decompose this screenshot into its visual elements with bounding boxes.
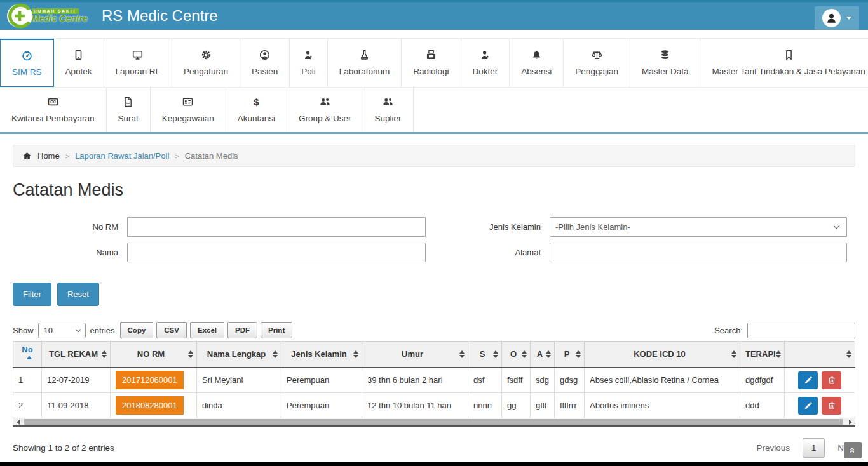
nav-item-kwitansi[interactable]: CC Kwitansi Pembayaran xyxy=(0,88,107,132)
nav-item-suplier[interactable]: Suplier xyxy=(363,88,414,132)
sort-icon xyxy=(546,350,551,358)
reset-button[interactable]: Reset xyxy=(57,283,99,306)
delete-button[interactable] xyxy=(822,371,841,389)
nav-item-label: Absensi xyxy=(521,67,552,76)
nav-item-pasien[interactable]: Pasien xyxy=(240,39,290,87)
filter-form-left-column: No RM Nama xyxy=(13,217,426,262)
no-rm-badge: 201808280001 xyxy=(116,396,184,415)
breadcrumb-separator: > xyxy=(65,152,69,160)
col-header-nama-lengkap[interactable]: Nama Lengkap xyxy=(197,342,281,368)
col-header-no[interactable]: No xyxy=(13,342,42,368)
col-header-tgl-rekam[interactable]: TGL REKAM xyxy=(42,342,111,368)
nav-item-penggajian[interactable]: Penggajian xyxy=(564,39,630,87)
cell-tgl-rekam: 12-07-2019 xyxy=(42,368,111,393)
filter-button[interactable]: Filter xyxy=(13,283,51,306)
double-chevron-up-icon: « xyxy=(848,448,858,453)
cc-icon: CC xyxy=(48,97,58,108)
col-header-jenis-kelamin[interactable]: Jenis Kelamin xyxy=(281,342,362,368)
jenis-kelamin-select[interactable]: -Pilih Jenis Kelamin- xyxy=(550,217,847,237)
pdf-button[interactable]: PDF xyxy=(227,322,257,338)
breadcrumb-link-laporan[interactable]: Laporan Rawat Jalan/Poli xyxy=(75,151,169,161)
nav-item-absensi[interactable]: Absensi xyxy=(510,39,564,87)
previous-button[interactable]: Previous xyxy=(756,443,790,453)
nav-item-surat[interactable]: Surat xyxy=(107,88,151,132)
trash-icon xyxy=(827,376,836,385)
page-length-select[interactable]: 10 xyxy=(38,323,86,338)
cell-o: gg xyxy=(502,393,531,418)
nav-item-laporan-rl[interactable]: Laporan RL xyxy=(104,39,173,87)
nav-item-group-user[interactable]: Group & User xyxy=(287,88,363,132)
nav-item-laboratorium[interactable]: Laboratorium xyxy=(328,39,402,87)
logo-text: RUMAH SAKIT Medic Centre xyxy=(32,8,88,24)
csv-button[interactable]: CSV xyxy=(156,322,187,338)
nama-input[interactable] xyxy=(127,243,426,262)
excel-button[interactable]: Excel xyxy=(190,322,224,338)
nav-item-dokter[interactable]: Dokter xyxy=(461,39,510,87)
col-header-terapi[interactable]: TERAPI xyxy=(740,342,785,368)
search-input[interactable] xyxy=(747,323,855,338)
col-header-s[interactable]: S xyxy=(468,342,502,368)
edit-button[interactable] xyxy=(798,397,818,415)
nav-item-akuntansi[interactable]: $ Akuntansi xyxy=(226,88,287,132)
sort-icon xyxy=(776,350,781,358)
sort-icon xyxy=(188,350,193,358)
nav-item-label: Suplier xyxy=(375,114,402,123)
scrollbar-track[interactable] xyxy=(23,418,845,425)
no-rm-input[interactable] xyxy=(127,217,426,237)
page-number-button[interactable]: 1 xyxy=(803,438,825,458)
entries-label: entries xyxy=(90,326,115,335)
nav-item-radiologi[interactable]: Radiologi xyxy=(402,39,461,87)
person-icon xyxy=(825,12,837,24)
filter-form-right-column: Jenis Kelamin -Pilih Jenis Kelamin- Alam… xyxy=(444,217,847,262)
entries-info: Showing 1 to 2 of 2 entries xyxy=(13,443,114,453)
breadcrumb-separator: > xyxy=(175,152,179,160)
nav-item-pengaturan[interactable]: Pengaturan xyxy=(172,39,240,87)
col-header-o[interactable]: O xyxy=(502,342,531,368)
top-header-bar: RUMAH SAKIT Medic Centre RS Medic Centre xyxy=(0,0,868,30)
nav-item-sim-rs[interactable]: SIM RS xyxy=(0,39,54,87)
filter-form: No RM Nama Jenis Kelamin -Pilih Jenis Ke… xyxy=(0,217,868,262)
nav-item-kepegawaian[interactable]: Kepegawaian xyxy=(151,88,226,132)
col-header-actions[interactable] xyxy=(785,342,855,368)
table-row: 2 11-09-2018 201808280001 dinda Perempua… xyxy=(13,393,855,418)
form-row-alamat: Alamat xyxy=(444,243,847,262)
delete-button[interactable] xyxy=(822,397,841,415)
users-icon xyxy=(320,97,330,108)
nav-item-label: Akuntansi xyxy=(238,114,275,123)
nav-item-master-tarif[interactable]: Master Tarif Tindakan & Jasa Pelayanan xyxy=(700,39,868,87)
cell-umur: 12 thn 10 bulan 11 hari xyxy=(362,393,468,418)
scroll-left-button[interactable] xyxy=(13,418,23,425)
cell-a: sdg xyxy=(531,368,555,393)
alamat-input[interactable] xyxy=(550,243,847,262)
sort-icon xyxy=(353,350,358,358)
cell-nama: Sri Meylani xyxy=(197,368,281,393)
nav-item-master-data[interactable]: Master Data xyxy=(630,39,701,87)
scroll-right-button[interactable] xyxy=(845,418,855,425)
logo-swirl-icon xyxy=(6,3,33,29)
col-header-no-rm[interactable]: NO RM xyxy=(111,342,197,368)
nav-item-poli[interactable]: Poli xyxy=(290,39,328,87)
cell-s: nnnn xyxy=(468,393,502,418)
nav-item-label: Laporan RL xyxy=(116,67,161,76)
col-header-kode-icd10[interactable]: KODE ICD 10 xyxy=(585,342,740,368)
avatar xyxy=(822,9,841,27)
fax-icon xyxy=(426,50,437,61)
scales-icon xyxy=(592,50,602,61)
table-controls: Show 10 entries Copy CSV Excel PDF Print… xyxy=(13,322,855,338)
scrollbar-thumb[interactable] xyxy=(24,419,843,425)
nav-item-label: Master Tarif Tindakan & Jasa Pelayanan xyxy=(712,67,865,76)
form-row-nama: Nama xyxy=(13,243,426,262)
nav-item-apotek[interactable]: Apotek xyxy=(54,39,104,87)
table-header-row: No TGL REKAM NO RM Nama Lengkap Jenis Ke… xyxy=(13,342,855,368)
copy-button[interactable]: Copy xyxy=(120,322,154,338)
breadcrumb-home[interactable]: Home xyxy=(37,151,60,161)
scroll-top-button[interactable]: « xyxy=(844,442,862,458)
col-header-umur[interactable]: Umur xyxy=(362,342,468,368)
edit-button[interactable] xyxy=(798,371,818,389)
user-menu-button[interactable] xyxy=(815,6,859,30)
nav-row-2: CC Kwitansi Pembayaran Surat Kepegawaian… xyxy=(0,87,868,132)
col-header-a[interactable]: A xyxy=(531,342,555,368)
col-header-p[interactable]: P xyxy=(555,342,585,368)
cell-no-rm: 201712060001 xyxy=(111,368,197,393)
print-button[interactable]: Print xyxy=(261,322,292,338)
